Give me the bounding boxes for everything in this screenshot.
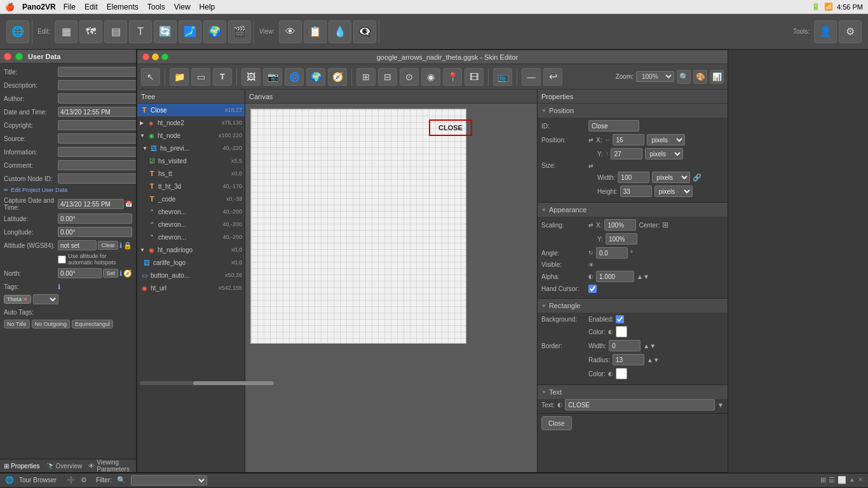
output-status-icon[interactable]: ⬜ (837, 476, 846, 484)
tools-menu[interactable]: Tools (147, 3, 165, 11)
angle-input[interactable] (596, 247, 628, 259)
tree-item-hs-visited[interactable]: ☑ hs_visited x5,5 (137, 154, 245, 167)
width-unit[interactable]: pixels (652, 172, 690, 183)
edit-btn-6[interactable]: 🗾 (179, 20, 201, 43)
size-chain-icon[interactable]: 🔗 (693, 173, 702, 182)
file-menu[interactable]: File (64, 3, 76, 11)
close-button-canvas[interactable]: CLOSE (429, 119, 472, 136)
zoom-fit-btn[interactable]: 🔍 (677, 70, 691, 84)
tree-item-chevron1[interactable]: ⌃ chevron... 40,-200 (137, 205, 245, 218)
view-btn-4[interactable]: 👁‍🗨 (353, 20, 376, 43)
pos-y-unit[interactable]: pixels (645, 148, 683, 159)
north-info[interactable]: ℹ (119, 269, 122, 278)
elements-menu[interactable]: Elements (107, 3, 139, 11)
se-nav-btn[interactable]: 🧭 (328, 68, 347, 86)
use-altitude-checkbox[interactable] (58, 255, 66, 264)
text-options-btn[interactable]: ▼ (717, 402, 724, 409)
tags-dropdown[interactable] (33, 294, 58, 304)
capture-date-icon[interactable]: 📅 (125, 201, 132, 207)
alpha-input[interactable] (596, 271, 634, 282)
zoom-extra-btn[interactable]: 🎨 (693, 70, 707, 84)
tools-btn-2[interactable]: ⚙ (839, 20, 862, 43)
alpha-stepper[interactable]: ▲▼ (637, 273, 649, 280)
se-earth-btn[interactable]: 🌍 (306, 68, 325, 86)
border-width-stepper[interactable]: ▲▼ (643, 342, 656, 349)
view-btn-1[interactable]: 👁 (279, 20, 302, 43)
edit-btn-2[interactable]: 🗺 (79, 20, 102, 43)
pos-link-icon[interactable]: ⇄ (588, 137, 593, 143)
tree-item-tt-ht-3d[interactable]: T tt_ht_3d 40,-170 (137, 180, 245, 193)
tree-item-carlife-logo[interactable]: 🖼 carlife_logo x0,0 (137, 256, 245, 269)
comment-input[interactable] (58, 160, 136, 170)
edit-menu[interactable]: Edit (85, 3, 98, 11)
se-folder-btn[interactable]: 📁 (170, 68, 189, 86)
se-text-btn[interactable]: T (213, 68, 232, 86)
altitude-input[interactable] (58, 240, 97, 250)
tl-green[interactable] (161, 53, 168, 60)
props-close-btn[interactable]: Close (541, 416, 572, 430)
size-link-icon[interactable]: ⇄ (588, 163, 593, 169)
se-minus-btn[interactable]: — (522, 68, 541, 86)
help-menu[interactable]: Help (200, 3, 215, 11)
height-input[interactable] (620, 186, 652, 197)
tree-item-chevron2[interactable]: ⌃ chevron... 40,-200 (137, 218, 245, 231)
view-btn-2[interactable]: 📋 (304, 20, 327, 43)
canvas-area[interactable]: CLOSE (245, 104, 537, 472)
tree-item-ht-nadirlogo[interactable]: ▼ ◉ ht_nadirlogo x0,0 (137, 243, 245, 256)
se-cursor-btn[interactable]: ↖ (141, 68, 160, 86)
tag-theta-remove[interactable]: ✕ (23, 296, 28, 302)
pos-x-input[interactable] (613, 134, 644, 146)
height-unit[interactable]: pixels (654, 186, 693, 197)
width-input[interactable] (618, 172, 649, 183)
tour-browser-expand-btn[interactable]: ▲ (849, 476, 855, 484)
latitude-input[interactable] (58, 214, 132, 224)
id-input[interactable] (588, 120, 639, 132)
view-menu[interactable]: View (174, 3, 191, 11)
edit-project-btn[interactable]: ✏ Edit Project User Data (4, 187, 132, 193)
tree-item-ht-node2[interactable]: ▶ ◈ ht_node2 x75,130 (137, 116, 245, 129)
scale-y-input[interactable] (606, 233, 637, 245)
title-input[interactable] (58, 67, 136, 77)
se-film-btn[interactable]: 🎞 (465, 68, 484, 86)
se-img3-btn[interactable]: 🌀 (285, 68, 304, 86)
tree-item-hs-tt[interactable]: T hs_tt x0,0 (137, 167, 245, 180)
app-icon-btn[interactable]: 🌐 (6, 20, 29, 43)
edit-btn-5[interactable]: 🔄 (154, 20, 177, 43)
rectangle-section-header[interactable]: ▼ Rectangle (538, 299, 728, 313)
edit-btn-8[interactable]: 🎬 (228, 20, 251, 43)
north-icon[interactable]: 🧭 (123, 269, 132, 278)
text-section-header[interactable]: ▼ Text (538, 385, 728, 399)
altitude-info[interactable]: ℹ (119, 241, 122, 250)
right-panel-scrollbar[interactable] (140, 381, 274, 385)
filter-select[interactable] (131, 475, 207, 485)
description-input[interactable] (58, 80, 136, 90)
bg-enabled-checkbox[interactable] (616, 315, 624, 323)
node-id-input[interactable] (58, 173, 136, 184)
pos-x-unit[interactable]: pixels (647, 134, 685, 146)
radius-input[interactable] (613, 354, 644, 365)
tab-viewing-params[interactable]: 👁 Viewing Parameters (88, 459, 130, 473)
tree-item-ht-url[interactable]: ◉ ht_url x542,155 (137, 281, 245, 294)
capture-date-input[interactable] (58, 199, 124, 209)
hand-cursor-checkbox[interactable] (588, 285, 597, 293)
bg-color-swatch[interactable] (616, 326, 627, 337)
border-width-input[interactable] (609, 340, 641, 351)
source-input[interactable] (58, 133, 136, 144)
border-color-swatch[interactable] (616, 368, 627, 379)
tl-yellow[interactable] (152, 53, 159, 60)
center-grid-btn[interactable]: ⊞ (662, 220, 668, 229)
edit-btn-3[interactable]: ▤ (104, 20, 127, 43)
tour-browser-settings-btn[interactable]: ⚙ (81, 476, 87, 484)
tree-item-hs-previ[interactable]: ▼ 🖼 hs_previ... 40,-220 (137, 142, 245, 154)
tour-browser-add-btn[interactable]: ➕ (67, 476, 76, 484)
tree-item-close[interactable]: T Close x18,27 (137, 104, 245, 116)
tour-browser-extra-2[interactable]: ☰ (829, 476, 835, 484)
tags-info[interactable]: ℹ (58, 283, 60, 291)
scale-x-input[interactable] (604, 219, 636, 231)
se-grid-btn[interactable]: ⊟ (378, 68, 397, 86)
tour-browser-extra-1[interactable]: ⊞ (820, 476, 826, 484)
datetime-input[interactable] (58, 107, 136, 117)
tree-item-ht-node[interactable]: ▼ ◉ ht_node x100,220 (137, 129, 245, 142)
filter-icon[interactable]: 🔍 (117, 476, 126, 484)
tree-item-button-auto[interactable]: ▭ button_auto... x50,26 (137, 269, 245, 281)
